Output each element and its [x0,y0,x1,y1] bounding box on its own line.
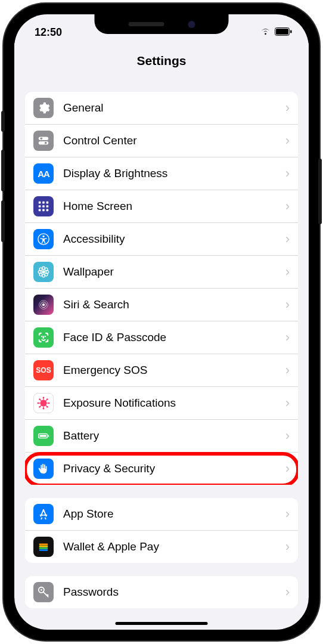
flower-icon [33,262,54,282]
svg-rect-51 [48,435,49,437]
svg-rect-2 [290,30,292,33]
row-wallpaper[interactable]: Wallpaper › [25,256,298,289]
row-label: Privacy & Security [63,462,281,475]
row-general[interactable]: General › [25,92,298,125]
home-grid-icon [33,196,54,216]
svg-rect-52 [39,544,48,546]
row-siri-search[interactable]: Siri & Search › [25,289,298,321]
svg-rect-54 [39,547,48,549]
svg-point-47 [39,406,41,408]
svg-rect-11 [42,205,45,208]
header: Settings [14,43,309,79]
row-label: Display & Brightness [63,167,281,180]
hand-icon [33,459,54,479]
svg-rect-15 [46,209,49,212]
chevron-right-icon: › [285,297,290,312]
face-id-icon [33,327,54,348]
wifi-icon [260,26,271,39]
screen: 12:50 Settings General [14,14,309,630]
svg-point-44 [48,402,50,404]
chevron-right-icon: › [285,461,290,476]
toggles-icon [33,131,54,151]
notch [95,14,229,34]
chevron-right-icon: › [285,199,290,214]
chevron-right-icon: › [285,100,290,116]
svg-rect-13 [39,209,41,212]
volume-down-button [1,200,5,242]
row-control-center[interactable]: Control Center › [25,125,298,157]
svg-point-29 [42,304,45,306]
row-home-screen[interactable]: Home Screen › [25,190,298,223]
chevron-right-icon: › [285,395,290,411]
row-wallet[interactable]: Wallet & Apple Pay › [25,531,298,563]
battery-icon [275,26,292,39]
svg-rect-14 [42,209,45,212]
text-size-icon: AA [33,163,54,184]
svg-point-48 [46,398,48,400]
chevron-right-icon: › [285,428,290,444]
svg-rect-5 [39,141,49,145]
chevron-right-icon: › [285,231,290,247]
svg-point-20 [42,274,45,277]
svg-point-21 [38,271,41,274]
row-passwords[interactable]: Passwords › [25,576,298,608]
svg-point-25 [39,273,42,276]
svg-point-57 [41,589,42,591]
row-display-brightness[interactable]: AA Display & Brightness › [25,157,298,190]
settings-group: General › Control Center › AA Display & … [25,92,298,485]
svg-rect-7 [39,202,41,204]
row-label: Exposure Notifications [63,397,281,410]
row-battery[interactable]: Battery › [25,420,298,453]
svg-point-42 [43,408,45,410]
settings-list[interactable]: General › Control Center › AA Display & … [14,79,309,630]
row-label: Passwords [63,586,281,599]
svg-rect-50 [40,435,46,437]
row-face-id[interactable]: Face ID & Passcode › [25,321,298,354]
svg-point-46 [46,406,48,408]
chevron-right-icon: › [285,363,290,378]
row-privacy-security[interactable]: Privacy & Security › [25,453,298,485]
svg-rect-55 [39,549,48,551]
row-label: Home Screen [63,200,281,213]
mute-switch [1,111,5,132]
svg-point-4 [41,138,43,140]
svg-point-24 [45,268,48,271]
svg-point-19 [42,267,45,270]
row-label: General [63,101,281,114]
svg-point-23 [39,268,42,271]
battery-icon [33,426,54,446]
accessibility-icon [33,229,54,249]
row-label: Wallet & Apple Pay [63,540,281,553]
chevron-right-icon: › [285,584,290,600]
app-store-icon [33,504,54,524]
row-accessibility[interactable]: Accessibility › [25,223,298,256]
row-label: App Store [63,507,281,521]
siri-icon [33,295,54,315]
home-indicator[interactable] [116,622,208,625]
row-label: Accessibility [63,233,281,246]
row-label: Battery [63,429,281,442]
svg-rect-10 [39,205,41,208]
svg-point-31 [45,336,45,337]
row-exposure[interactable]: Exposure Notifications › [25,387,298,420]
svg-point-22 [46,271,49,274]
svg-point-30 [42,336,42,337]
volume-up-button [1,150,5,191]
svg-point-18 [42,270,45,274]
page-title: Settings [137,54,187,68]
svg-point-6 [45,142,47,144]
row-app-store[interactable]: App Store › [25,498,298,531]
key-icon [33,582,54,602]
settings-group: Passwords › [25,576,298,608]
settings-group: App Store › Wallet & Apple Pay › [25,498,298,563]
svg-rect-53 [39,546,48,547]
svg-point-45 [39,398,41,400]
svg-point-17 [42,236,44,237]
svg-rect-3 [39,137,49,141]
gear-icon [33,98,54,118]
chevron-right-icon: › [285,166,290,181]
chevron-right-icon: › [285,539,290,555]
row-emergency-sos[interactable]: SOS Emergency SOS › [25,354,298,387]
power-button [318,159,322,224]
svg-point-26 [45,273,48,276]
